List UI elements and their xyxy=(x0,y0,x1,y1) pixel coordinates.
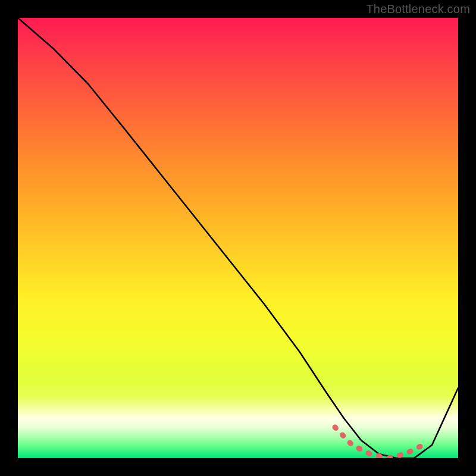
watermark-text: TheBottleneck.com xyxy=(366,2,470,16)
chart-frame: TheBottleneck.com xyxy=(0,0,476,476)
gradient-plot-area xyxy=(18,18,458,458)
curve-overlay xyxy=(18,18,458,458)
bottleneck-curve xyxy=(18,18,458,458)
sweet-spot-dots xyxy=(335,427,423,458)
